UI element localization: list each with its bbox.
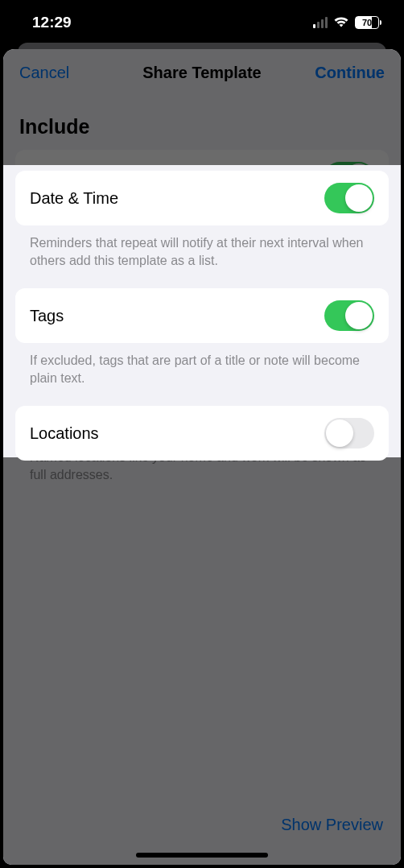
cellular-icon [313,17,328,28]
section-header-include: Include [3,96,401,150]
content: Include Date & Time Reminders that repea… [3,96,401,503]
tags-label: Tags [30,286,64,304]
nav-bar: Cancel Share Template Continue [3,49,401,96]
status-bar: 12:29 70 [0,0,404,44]
status-time: 12:29 [32,14,72,31]
locations-toggle[interactable] [324,397,374,428]
nav-title: Share Template [142,64,261,82]
date-time-footer: Reminders that repeat will notify at the… [3,205,401,267]
date-time-cell: Date & Time [15,150,389,205]
battery-level: 70 [355,16,379,29]
tags-footer: If excluded, tags that are part of a tit… [3,322,401,385]
date-time-toggle[interactable] [324,162,374,192]
modal-sheet: Cancel Share Template Continue Include D… [3,49,401,865]
show-preview-button[interactable]: Show Preview [281,816,383,834]
battery-icon: 70 [355,16,381,29]
date-time-label: Date & Time [30,168,118,187]
locations-cell: Locations [15,385,389,440]
continue-button[interactable]: Continue [304,64,385,82]
tags-toggle[interactable] [324,279,374,310]
home-indicator [136,853,268,858]
wifi-icon [333,16,349,28]
locations-label: Locations [30,403,99,422]
cancel-button[interactable]: Cancel [19,64,100,82]
status-right: 70 [313,16,381,29]
tags-cell: Tags [15,267,389,322]
locations-footer: Named locations like your home and work … [3,440,401,502]
